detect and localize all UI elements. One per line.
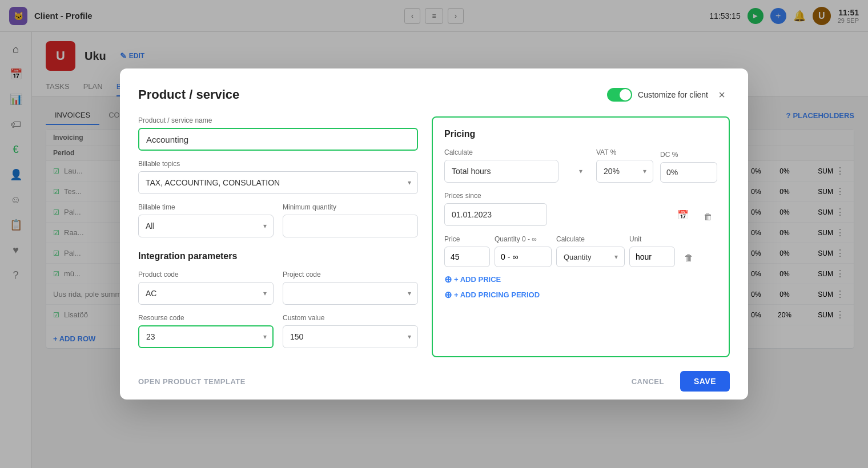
billable-time-label: Billable time bbox=[138, 203, 274, 211]
vat-wrapper: 20% bbox=[596, 160, 653, 183]
vat-select[interactable]: 20% bbox=[596, 160, 653, 183]
modal-footer: OPEN PRODUCT TEMPLATE CANCEL SAVE bbox=[138, 371, 730, 392]
price-row: Price Quantity 0 - ∞ Calculate Quantity bbox=[444, 235, 717, 267]
pricing-calc-row: Calculate Total hours VAT % 20% bbox=[444, 148, 717, 183]
custom-value-label: Custom value bbox=[283, 314, 418, 322]
calc-select[interactable]: Quantity bbox=[556, 247, 625, 267]
add-price-icon: ⊕ bbox=[444, 274, 452, 285]
custom-value-select[interactable]: 150 bbox=[283, 325, 418, 348]
dc-label: DC % bbox=[660, 151, 717, 159]
min-qty-input[interactable] bbox=[283, 215, 418, 237]
modal-left: Producut / service name Billable topics … bbox=[138, 116, 418, 357]
price-label: Price bbox=[444, 235, 490, 243]
billable-time-select[interactable]: All bbox=[138, 215, 274, 237]
calc-label: Calculate bbox=[556, 235, 625, 243]
save-button[interactable]: SAVE bbox=[680, 371, 730, 392]
product-code-label: Product code bbox=[138, 271, 274, 279]
modal-footer-right: CANCEL SAVE bbox=[622, 371, 730, 392]
billable-topics-group: Billable topics TAX, ACCOUNTING, CONSULA… bbox=[138, 160, 418, 194]
vat-label: VAT % bbox=[596, 148, 653, 156]
product-code-select[interactable]: AC bbox=[138, 282, 274, 305]
custom-value-wrapper: 150 bbox=[283, 325, 418, 348]
add-pricing-period-label: + ADD PRICING PERIOD bbox=[454, 291, 540, 299]
unit-field: Unit bbox=[629, 235, 675, 267]
product-code-wrapper: AC bbox=[138, 282, 274, 305]
customize-label: Customize for client bbox=[638, 90, 708, 99]
billable-time-row: Billable time All Minimum quantity bbox=[138, 203, 418, 247]
product-name-input[interactable] bbox=[138, 128, 418, 151]
add-pricing-period-icon: ⊕ bbox=[444, 289, 452, 300]
date-input-wrapper: 📅 bbox=[444, 203, 694, 226]
calendar-icon: 📅 bbox=[677, 209, 689, 220]
open-template-button[interactable]: OPEN PRODUCT TEMPLATE bbox=[138, 377, 246, 386]
unit-label: Unit bbox=[629, 235, 675, 243]
calculate-select[interactable]: Total hours bbox=[444, 160, 558, 183]
billable-time-group: Billable time All bbox=[138, 203, 274, 237]
unit-input[interactable] bbox=[629, 247, 675, 267]
modal-title: Product / service bbox=[138, 87, 239, 102]
prices-since-label: Prices since bbox=[444, 192, 694, 200]
dc-input[interactable] bbox=[660, 162, 717, 183]
price-input[interactable] bbox=[444, 247, 490, 267]
integration-title: Integration parameters bbox=[138, 251, 418, 261]
resource-code-label: Resourse code bbox=[138, 314, 274, 322]
qty-label: Quantity 0 - ∞ bbox=[495, 235, 552, 243]
vat-field: VAT % 20% bbox=[596, 148, 653, 183]
qty-field: Quantity 0 - ∞ bbox=[495, 235, 552, 267]
resource-code-wrapper: 23 bbox=[138, 325, 274, 348]
project-code-wrapper bbox=[283, 282, 418, 305]
custom-value-group: Custom value 150 bbox=[283, 314, 418, 348]
prices-since-field: Prices since 📅 bbox=[444, 192, 694, 226]
project-code-label: Project code bbox=[283, 271, 418, 279]
resource-custom-row: Resourse code 23 Custom value 150 bbox=[138, 314, 418, 357]
billable-topics-label: Billable topics bbox=[138, 160, 418, 168]
calculate-wrapper: Total hours bbox=[444, 160, 589, 183]
modal-body: Producut / service name Billable topics … bbox=[138, 116, 730, 357]
calc-wrapper: Quantity bbox=[556, 247, 625, 267]
product-code-group: Product code AC bbox=[138, 271, 274, 305]
price-field: Price bbox=[444, 235, 490, 267]
pricing-title: Pricing bbox=[444, 129, 717, 139]
product-name-label: Producut / service name bbox=[138, 116, 418, 124]
delete-pricing-period-btn[interactable]: 🗑 bbox=[699, 208, 717, 226]
customize-toggle[interactable] bbox=[607, 88, 632, 102]
billable-time-wrapper: All bbox=[138, 215, 274, 237]
add-price-label: + ADD PRICE bbox=[454, 275, 501, 284]
resource-code-group: Resourse code 23 bbox=[138, 314, 274, 348]
product-service-modal: Product / service Customize for client ×… bbox=[120, 68, 748, 400]
modal-overlay: Product / service Customize for client ×… bbox=[0, 0, 868, 468]
pricing-panel: Pricing Calculate Total hours VAT % bbox=[432, 116, 730, 357]
dc-field: DC % bbox=[660, 151, 717, 183]
modal-header: Product / service Customize for client × bbox=[138, 87, 730, 103]
min-qty-group: Minimum quantity bbox=[283, 203, 418, 237]
billable-topics-wrapper: TAX, ACCOUNTING, CONSULATION bbox=[138, 171, 418, 194]
add-price-link[interactable]: ⊕ + ADD PRICE bbox=[444, 274, 717, 285]
project-code-select[interactable] bbox=[283, 282, 418, 305]
modal-header-right: Customize for client × bbox=[607, 87, 730, 103]
cancel-button[interactable]: CANCEL bbox=[622, 372, 673, 392]
qty-input[interactable] bbox=[495, 247, 552, 267]
project-code-group: Project code bbox=[283, 271, 418, 305]
calculate-label: Calculate bbox=[444, 148, 589, 156]
modal-close-button[interactable]: × bbox=[714, 87, 730, 103]
prices-since-row: Prices since 📅 🗑 bbox=[444, 192, 717, 226]
calculate-field: Calculate Total hours bbox=[444, 148, 589, 183]
codes-row: Product code AC Project code bbox=[138, 271, 418, 314]
resource-code-select[interactable]: 23 bbox=[138, 325, 274, 348]
calc-field: Calculate Quantity bbox=[556, 235, 625, 267]
toggle-dot bbox=[620, 89, 631, 100]
add-pricing-period-link[interactable]: ⊕ + ADD PRICING PERIOD bbox=[444, 289, 717, 300]
min-qty-label: Minimum quantity bbox=[283, 203, 418, 211]
billable-topics-select[interactable]: TAX, ACCOUNTING, CONSULATION bbox=[138, 171, 418, 194]
prices-since-input[interactable] bbox=[444, 203, 547, 226]
product-name-group: Producut / service name bbox=[138, 116, 418, 151]
delete-price-btn[interactable]: 🗑 bbox=[680, 249, 698, 267]
